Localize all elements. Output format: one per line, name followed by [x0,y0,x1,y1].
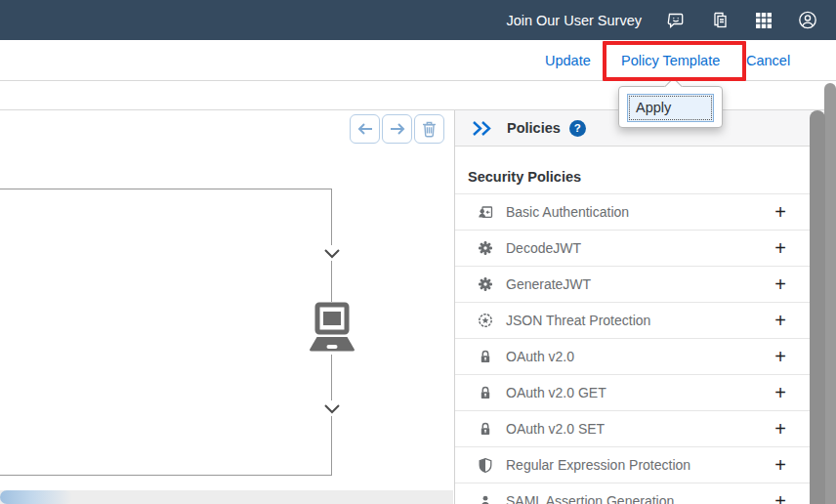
canvas-nav-buttons [350,114,444,144]
policy-label: Basic Authentication [506,204,629,220]
lock-icon [478,421,493,437]
update-button[interactable]: Update [545,40,591,81]
add-policy-button[interactable]: + [774,202,786,222]
add-policy-button[interactable]: + [774,311,786,330]
policy-row-basic-authentication[interactable]: Basic Authentication + [455,193,811,230]
policies-panel: Policies ? Security Policies Basic Authe… [454,110,836,504]
add-policy-button[interactable]: + [774,347,786,366]
policy-label: GenerateJWT [506,276,591,292]
shield-icon [478,457,493,473]
shell-header: Join Our User Survey [0,0,836,40]
account-icon[interactable] [798,11,817,30]
laptop-node[interactable] [303,302,361,355]
panel-scrollbar-thumb[interactable] [810,110,825,504]
policy-label: Regular Expression Protection [506,457,690,473]
policy-list: Basic Authentication + DecodeJWT + [455,193,811,504]
copy-icon[interactable] [710,11,730,30]
policy-row-oauth-v2-set[interactable]: OAuth v2.0 SET + [455,410,811,446]
policy-row-generatejwt[interactable]: GenerateJWT + [455,266,811,302]
add-policy-button[interactable]: + [774,491,786,504]
chevron-down-icon [322,245,342,261]
page-scrollbar-thumb[interactable] [824,83,836,504]
forward-arrow-icon [389,122,406,136]
chevron-down-icon [322,400,342,416]
gear-icon [478,240,493,256]
horizontal-scrollbar-thumb[interactable] [0,490,72,504]
proxy-endpoint-box [0,189,332,476]
policy-label: DecodeJWT [506,240,581,256]
help-icon[interactable]: ? [569,120,586,137]
policy-row-regular-expression-protection[interactable]: Regular Expression Protection + [455,446,811,483]
delete-button[interactable] [414,114,444,144]
back-button[interactable] [350,114,380,144]
forward-button[interactable] [382,114,412,144]
policy-row-json-threat-protection[interactable]: JSON Threat Protection + [455,302,811,338]
policy-row-saml-assertion-generation[interactable]: SAML Assertion Generation + [455,483,811,504]
policy-row-oauth-v2[interactable]: OAuth v2.0 + [455,338,811,374]
flow-canvas [0,110,454,504]
feedback-icon[interactable] [666,11,686,30]
double-chevron-right-icon[interactable] [472,120,492,137]
apply-menu-item[interactable]: Apply [627,94,714,122]
add-policy-button[interactable]: + [774,274,786,294]
grid-icon[interactable] [754,11,773,30]
person-icon [478,493,493,504]
policy-label: OAuth v2.0 GET [506,385,606,400]
back-arrow-icon [356,122,374,136]
add-policy-button[interactable]: + [774,238,786,258]
add-policy-button[interactable]: + [774,455,786,475]
cancel-button[interactable]: Cancel [746,40,790,81]
policy-label: SAML Assertion Generation [506,493,674,504]
lock-icon [478,385,493,400]
panel-title: Policies [507,120,561,136]
policy-template-popup: Apply [618,86,723,128]
policy-template-button[interactable]: Policy Template [621,40,720,81]
policy-row-decodejwt[interactable]: DecodeJWT + [455,230,811,266]
policy-label: OAuth v2.0 [506,349,574,364]
trash-icon [421,120,438,138]
add-policy-button[interactable]: + [774,383,786,402]
section-title: Security Policies [455,147,836,193]
laptop-icon [303,302,361,355]
lock-icon [478,349,493,364]
add-policy-button[interactable]: + [774,419,786,439]
gear-icon [478,276,493,292]
policy-label: OAuth v2.0 SET [506,421,605,437]
policy-row-oauth-v2-get[interactable]: OAuth v2.0 GET + [455,374,811,410]
survey-link[interactable]: Join Our User Survey [506,13,642,28]
badge-person-icon [478,204,493,220]
action-toolbar: Update Policy Template Cancel [0,40,836,81]
horizontal-scrollbar-track[interactable] [0,490,453,504]
badge-star-icon [478,313,493,328]
policy-label: JSON Threat Protection [506,313,650,328]
